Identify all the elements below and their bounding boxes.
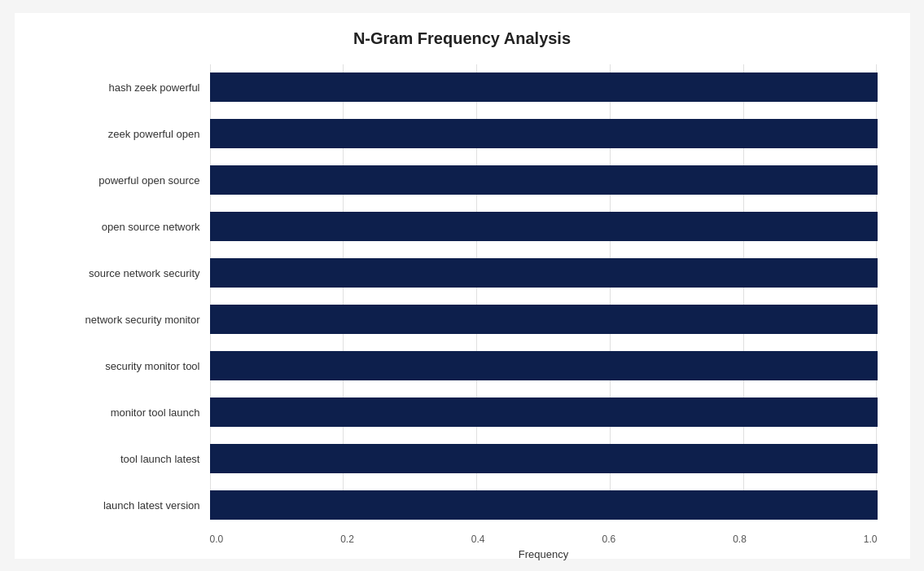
bar-fill <box>210 444 878 473</box>
chart-title: N-Gram Frequency Analysis <box>47 29 878 48</box>
bar-track <box>210 490 878 520</box>
bar-row: launch latest version <box>47 482 878 529</box>
bar-fill <box>210 212 878 241</box>
bar-label: hash zeek powerful <box>47 81 210 94</box>
x-axis: 0.00.20.40.60.81.0 <box>210 529 878 545</box>
bar-track <box>210 444 878 473</box>
bar-row: powerful open source <box>47 157 878 204</box>
bar-fill <box>210 165 878 195</box>
x-tick: 0.8 <box>733 534 747 545</box>
bar-track <box>210 398 878 427</box>
bars-section: hash zeek powerfulzeek powerful openpowe… <box>47 64 878 529</box>
bar-label: network security monitor <box>47 314 210 326</box>
bar-track <box>210 258 878 288</box>
x-tick: 0.6 <box>602 534 615 545</box>
bar-fill <box>210 119 878 148</box>
chart-area: hash zeek powerfulzeek powerful openpowe… <box>47 64 878 529</box>
bar-track <box>210 305 878 334</box>
bar-track <box>210 119 878 148</box>
bar-row: open source network <box>47 204 878 250</box>
bar-label: powerful open source <box>47 174 210 187</box>
chart-container: N-Gram Frequency Analysis hash zeek powe… <box>15 13 910 559</box>
bar-row: tool launch latest <box>47 436 878 482</box>
bar-label: launch latest version <box>47 499 210 512</box>
bar-fill <box>210 351 878 380</box>
bar-fill <box>210 490 878 520</box>
bar-track <box>210 212 878 241</box>
bar-track <box>210 165 878 195</box>
bar-row: monitor tool launch <box>47 389 878 436</box>
bar-label: tool launch latest <box>47 453 210 465</box>
x-tick: 0.4 <box>471 534 485 545</box>
bar-label: open source network <box>47 221 210 233</box>
bar-fill <box>210 305 878 334</box>
bar-label: source network security <box>47 267 210 279</box>
x-tick: 1.0 <box>864 534 878 545</box>
bar-row: security monitor tool <box>47 343 878 389</box>
bar-row: network security monitor <box>47 296 878 343</box>
bar-fill <box>210 72 878 102</box>
x-tick: 0.0 <box>210 534 224 545</box>
bar-label: monitor tool launch <box>47 406 210 419</box>
bar-label: zeek powerful open <box>47 128 210 140</box>
bar-label: security monitor tool <box>47 360 210 372</box>
bar-fill <box>210 398 878 427</box>
bar-track <box>210 351 878 380</box>
x-axis-label: Frequency <box>210 548 878 560</box>
x-tick: 0.2 <box>340 534 354 545</box>
bar-row: hash zeek powerful <box>47 64 878 111</box>
bar-fill <box>210 258 878 288</box>
bar-row: zeek powerful open <box>47 111 878 157</box>
bar-track <box>210 72 878 102</box>
bar-row: source network security <box>47 250 878 296</box>
